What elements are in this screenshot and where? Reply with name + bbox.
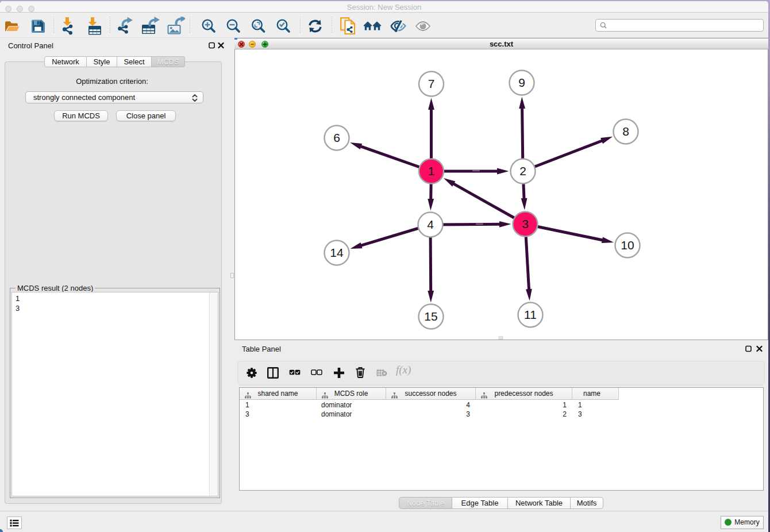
svg-text:8: 8 [622,125,629,138]
svg-text:15: 15 [424,310,437,323]
svg-text:6: 6 [333,131,340,144]
svg-text:10: 10 [621,238,634,252]
svg-text:7: 7 [428,77,435,90]
svg-text:9: 9 [518,76,525,89]
svg-text:14: 14 [330,246,344,259]
svg-text:1: 1 [428,164,435,178]
svg-text:11: 11 [524,308,537,321]
svg-text:3: 3 [522,217,529,230]
svg-text:4: 4 [427,218,434,231]
svg-text:2: 2 [519,164,526,178]
